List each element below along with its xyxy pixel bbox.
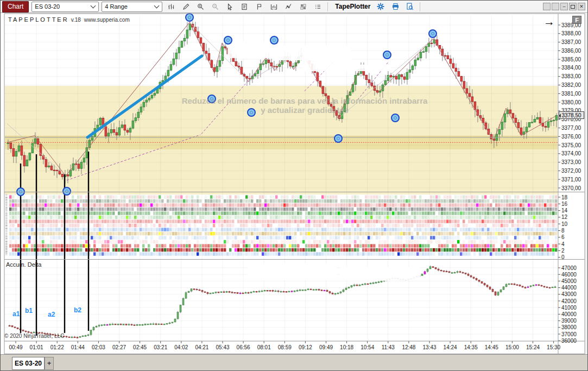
heatmap-axis-label: 2 bbox=[561, 248, 565, 254]
instrument-combo[interactable]: ES 03-20 bbox=[31, 2, 99, 12]
maximize-button[interactable] bbox=[569, 3, 577, 10]
grid-icon[interactable] bbox=[297, 2, 309, 12]
tapeplotter-label: TapePlotter bbox=[335, 3, 370, 10]
price-axis-label: 3382,00 bbox=[561, 82, 581, 88]
delta-axis-label: 38000 bbox=[561, 324, 577, 330]
settings-gear-icon[interactable] bbox=[375, 2, 387, 12]
chart-window: Chart ES 03-20 4 Range TapePlotter – bbox=[0, 0, 588, 371]
instrument-combo-value: ES 03-20 bbox=[35, 3, 60, 10]
delta-annotation-b1: b1 bbox=[25, 307, 33, 315]
print-icon[interactable] bbox=[389, 2, 401, 12]
fixed-scale-button[interactable]: F bbox=[572, 16, 581, 24]
time-axis-label: 01:44 bbox=[71, 344, 85, 350]
delta-axis-label: 45000 bbox=[561, 278, 577, 284]
signal-circle bbox=[429, 30, 437, 37]
indicator-brand: TAPEPLOTTERv.18www.supperia.com bbox=[8, 16, 130, 23]
price-axis-label: 3384,00 bbox=[561, 65, 581, 71]
heatmap-axis-label: 10 bbox=[561, 221, 568, 227]
time-axis-label: 01:01 bbox=[30, 344, 43, 350]
time-axis-label: 01:22 bbox=[50, 344, 64, 350]
time-axis-label: 15:24 bbox=[526, 344, 540, 350]
time-axis-label: 09:49 bbox=[319, 344, 333, 350]
zoom-in-icon[interactable] bbox=[194, 2, 206, 12]
hint-line-2: y actualizar gradientes bbox=[98, 105, 511, 115]
brand-url: www.supperia.com bbox=[84, 17, 130, 23]
indicators-icon[interactable] bbox=[282, 2, 294, 12]
close-button[interactable]: ✕ bbox=[578, 3, 585, 10]
chevron-down-icon bbox=[154, 3, 160, 9]
heatmap-axis-label: 18 bbox=[561, 194, 568, 200]
signal-circle bbox=[334, 135, 342, 142]
window-extra-button[interactable] bbox=[543, 3, 551, 10]
time-axis-label: 13:43 bbox=[422, 344, 436, 350]
price-axis-label: 3385,00 bbox=[561, 56, 581, 62]
time-axis-label: 00:49 bbox=[9, 344, 22, 350]
price-axis-label: 3377,00 bbox=[561, 125, 581, 131]
heatmap-axis-label: 8 bbox=[561, 228, 565, 234]
price-axis-label: 3383,00 bbox=[561, 73, 581, 79]
add-tab-button[interactable]: + bbox=[45, 357, 54, 370]
delta-annotation-a2: a2 bbox=[48, 311, 55, 318]
draw-icon[interactable] bbox=[180, 2, 192, 12]
price-axis-label: 3370,00 bbox=[561, 185, 581, 191]
minimize-button[interactable]: – bbox=[560, 3, 568, 10]
hint-line-1: Reduzca el número de barras para ver la … bbox=[98, 96, 511, 105]
time-axis-label: 05:43 bbox=[216, 344, 229, 350]
zoom-out-icon[interactable] bbox=[209, 2, 221, 12]
range-combo-value: 4 Range bbox=[105, 3, 128, 10]
chart-region-icon[interactable] bbox=[268, 2, 280, 12]
time-axis-label: 08:01 bbox=[257, 344, 271, 350]
delta-annotation-b2: b2 bbox=[74, 306, 81, 314]
signal-circle bbox=[224, 36, 232, 44]
price-axis-label: 3381,00 bbox=[561, 91, 581, 97]
brand-name: TAPEPLOTTER bbox=[8, 16, 69, 23]
delta-axis-label: 47000 bbox=[561, 265, 577, 271]
time-axis-label: 11:43 bbox=[382, 344, 395, 350]
delta-axis-label: 37000 bbox=[561, 331, 577, 337]
delta-axis-label: 44000 bbox=[561, 285, 577, 291]
price-axis-label: 3376,00 bbox=[561, 134, 581, 140]
delta-axis-label: 39000 bbox=[561, 318, 577, 324]
toolbar-separator bbox=[420, 2, 420, 11]
cursor-icon[interactable] bbox=[224, 2, 236, 12]
price-axis-label: 3380,00 bbox=[561, 99, 581, 105]
toolbar-separator bbox=[327, 2, 328, 11]
tab-es-03-20[interactable]: ES 03-20 bbox=[12, 357, 45, 370]
delta-axis-label: 40000 bbox=[561, 311, 577, 317]
time-axis-label: 08:59 bbox=[278, 344, 292, 350]
brand-version: v.18 bbox=[71, 17, 81, 23]
heatmap-axis-label: 6 bbox=[561, 234, 565, 240]
last-price-marker: 3378,50 bbox=[559, 111, 584, 119]
time-axis-label: 10:18 bbox=[340, 344, 353, 350]
data-box-icon[interactable] bbox=[253, 2, 265, 12]
properties-icon[interactable] bbox=[238, 2, 250, 12]
signal-circle bbox=[383, 51, 391, 59]
signal-circle bbox=[186, 14, 193, 21]
toolbar: Chart ES 03-20 4 Range TapePlotter – bbox=[1, 1, 587, 13]
delta-axis-label: 36000 bbox=[561, 338, 577, 344]
tab-bar: ES 03-20 + bbox=[1, 354, 587, 371]
heatmap-axis-label: 14 bbox=[561, 207, 568, 213]
price-axis-label: 3386,00 bbox=[561, 48, 581, 54]
list-icon[interactable] bbox=[312, 2, 324, 12]
delta-annotation-a1: a1 bbox=[12, 310, 20, 318]
chart-menu-button[interactable]: Chart bbox=[2, 1, 29, 12]
time-axis-label: 04:21 bbox=[195, 344, 208, 350]
window-extra-button[interactable] bbox=[552, 3, 559, 10]
price-axis-label: 3373,00 bbox=[561, 159, 581, 165]
time-axis-label: 04:02 bbox=[174, 344, 188, 350]
report-search-icon[interactable] bbox=[404, 2, 416, 12]
price-axis-label: 3388,00 bbox=[561, 30, 581, 36]
time-axis-label: 02:03 bbox=[92, 344, 105, 350]
time-axis-label: 09:12 bbox=[299, 344, 312, 350]
price-axis-label: 3372,00 bbox=[561, 168, 581, 174]
chart-style-icon[interactable] bbox=[165, 2, 177, 12]
range-combo[interactable]: 4 Range bbox=[102, 2, 162, 12]
time-axis-label: 14:35 bbox=[464, 344, 478, 350]
time-axis-label: 03:21 bbox=[154, 344, 167, 350]
time-axis-label: 15:30 bbox=[547, 344, 560, 350]
time-axis-label: 10:54 bbox=[361, 344, 374, 350]
time-axis-label: 14:45 bbox=[485, 344, 498, 350]
gradient-hint-message: Reduzca el número de barras para ver la … bbox=[98, 96, 511, 115]
window-controls: – ✕ bbox=[543, 3, 585, 10]
